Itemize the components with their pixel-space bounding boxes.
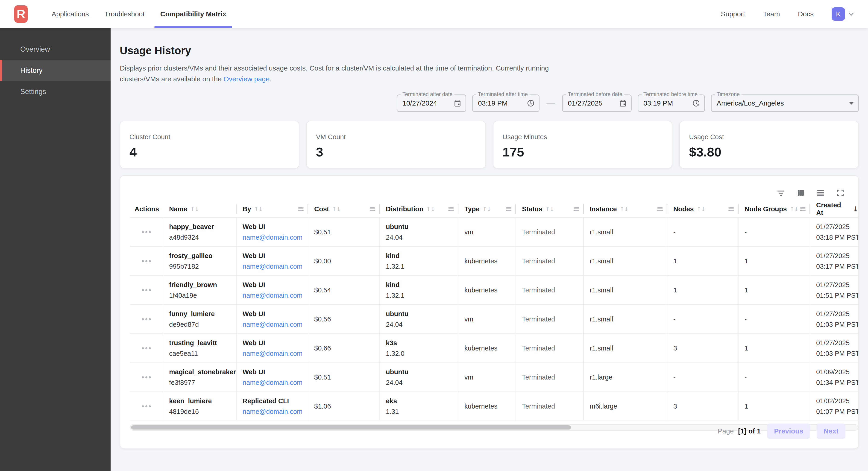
row-actions-button[interactable] <box>140 287 153 294</box>
row-actions-button[interactable] <box>140 403 153 410</box>
overview-page-link[interactable]: Overview page <box>223 75 270 83</box>
sort-icon: ↑↓ <box>254 206 262 212</box>
distribution-version: 24.04 <box>386 234 455 241</box>
previous-page-button[interactable]: Previous <box>767 423 810 439</box>
instance-value: m6i.large <box>590 403 664 410</box>
terminated-before-time-field[interactable]: Terminated before time 03:19 PM <box>638 94 705 112</box>
chevron-down-icon[interactable] <box>848 10 855 18</box>
instance-cell: r1.small <box>584 305 668 333</box>
column-menu-icon[interactable] <box>800 207 806 211</box>
column-menu-icon[interactable] <box>370 207 375 211</box>
created-by-email-link[interactable]: name@domain.com <box>243 350 305 357</box>
created-by-email-link[interactable]: name@domain.com <box>243 292 305 299</box>
column-label: Distribution <box>386 205 424 213</box>
column-header-cost[interactable]: Cost↑↓ <box>308 201 380 217</box>
column-menu-icon[interactable] <box>298 207 304 211</box>
node-groups-cell: - <box>739 305 810 333</box>
sidebar-item-overview[interactable]: Overview <box>0 39 111 60</box>
timezone-value[interactable]: America/Los_Angeles <box>717 99 849 107</box>
nav-link-support[interactable]: Support <box>721 10 745 18</box>
type-cell: vm <box>458 305 516 333</box>
column-menu-icon[interactable] <box>574 207 579 211</box>
terminated-after-date-field[interactable]: Terminated after date 10/27/2024 <box>397 94 466 112</box>
created-by-email-link[interactable]: name@domain.com <box>243 234 305 241</box>
distribution-name: ubuntu <box>386 223 455 231</box>
calendar-icon[interactable] <box>619 99 627 107</box>
account-menu[interactable]: K <box>832 7 855 21</box>
filter-icon[interactable] <box>776 188 785 198</box>
node-groups-cell: 1 <box>739 276 810 304</box>
next-page-button[interactable]: Next <box>817 423 845 439</box>
column-header-instance[interactable]: Instance↑↓ <box>584 201 668 217</box>
table-row: happy_beavera48d9324Web UIname@domain.co… <box>130 217 858 246</box>
distribution-cell: eks1.31 <box>380 392 458 420</box>
column-menu-icon[interactable] <box>728 207 734 211</box>
column-menu-icon[interactable] <box>506 207 512 211</box>
cost-cell: $0.66 <box>308 334 380 362</box>
created-by-email-link[interactable]: name@domain.com <box>243 408 305 415</box>
terminated-before-date-value[interactable]: 01/27/2025 <box>568 99 619 107</box>
columns-icon[interactable] <box>796 188 805 198</box>
sidebar-item-history[interactable]: History <box>0 60 111 81</box>
top-nav: R ApplicationsTroubleshootCompatibility … <box>0 0 868 28</box>
nodes-cell: 1 <box>668 247 739 275</box>
row-actions-button[interactable] <box>140 345 153 352</box>
avatar[interactable]: K <box>832 7 845 21</box>
terminated-after-time-field[interactable]: Terminated after time 03:19 PM <box>472 94 539 112</box>
column-header-by[interactable]: By↑↓ <box>237 201 308 217</box>
column-header-status[interactable]: Status↑↓ <box>516 201 584 217</box>
cluster-name: frosty_galileo <box>169 252 234 260</box>
fullscreen-icon[interactable] <box>836 188 845 198</box>
column-header-nodes[interactable]: Nodes↑↓ <box>668 201 739 217</box>
clock-icon[interactable] <box>692 99 700 107</box>
row-actions-button[interactable] <box>140 258 153 265</box>
table-row: friendly_brown1f40a19eWeb UIname@domain.… <box>130 275 858 304</box>
row-actions-button[interactable] <box>140 374 153 381</box>
type-value: kubernetes <box>464 403 513 410</box>
column-menu-icon[interactable] <box>657 207 663 211</box>
nav-link-docs[interactable]: Docs <box>798 10 814 18</box>
nav-tab-compatibility-matrix[interactable]: Compatibility Matrix <box>153 0 234 28</box>
column-label: Created At <box>816 201 849 216</box>
table-toolbar <box>120 176 858 201</box>
type-value: kubernetes <box>464 287 513 294</box>
terminated-before-time-value[interactable]: 03:19 PM <box>643 99 692 107</box>
row-actions-button[interactable] <box>140 316 153 323</box>
clock-icon[interactable] <box>527 99 535 107</box>
nav-link-team[interactable]: Team <box>763 10 780 18</box>
avatar-initial: K <box>836 10 841 18</box>
description-period: . <box>270 75 271 83</box>
cluster-id: fe3f8977 <box>169 379 234 386</box>
nodes-value: - <box>673 316 735 323</box>
column-header-node-groups[interactable]: Node Groups↑↓ <box>739 201 810 217</box>
timezone-select[interactable]: Timezone America/Los_Angeles <box>711 94 859 112</box>
terminated-after-time-value[interactable]: 03:19 PM <box>478 99 527 107</box>
by-cell: Web UIname@domain.com <box>237 218 308 246</box>
terminated-after-date-value[interactable]: 10/27/2024 <box>402 99 454 107</box>
column-header-type[interactable]: Type↑↓ <box>458 201 516 217</box>
created-by-email-link[interactable]: name@domain.com <box>243 321 305 328</box>
sidebar-item-settings[interactable]: Settings <box>0 81 111 102</box>
nodes-value: - <box>673 374 735 381</box>
table-row: funny_lumierede9ed87dWeb UIname@domain.c… <box>130 304 858 333</box>
sort-icon: ↑↓ <box>426 206 435 212</box>
column-header-distribution[interactable]: Distribution↑↓ <box>380 201 458 217</box>
type-cell: vm <box>458 363 516 391</box>
row-actions-button[interactable] <box>140 229 153 235</box>
density-icon[interactable] <box>816 188 825 198</box>
dropdown-caret-icon[interactable] <box>849 102 854 105</box>
created-by-email-link[interactable]: name@domain.com <box>243 263 305 270</box>
column-menu-icon[interactable] <box>448 207 454 211</box>
created-by-email-link[interactable]: name@domain.com <box>243 379 305 386</box>
replicated-logo[interactable]: R <box>14 5 28 23</box>
node-groups-value: - <box>745 374 807 381</box>
column-header-name[interactable]: Name↑↓ <box>163 201 237 217</box>
cluster-id: 995b7182 <box>169 263 234 270</box>
calendar-icon[interactable] <box>454 99 461 107</box>
status-value: Terminated <box>522 403 581 410</box>
nav-tab-applications[interactable]: Applications <box>44 0 97 28</box>
column-header-created-at[interactable]: Created At↓ <box>810 201 858 217</box>
nav-tab-troubleshoot[interactable]: Troubleshoot <box>97 0 153 28</box>
horizontal-scrollbar-thumb[interactable] <box>131 425 571 430</box>
terminated-before-date-field[interactable]: Terminated before date 01/27/2025 <box>562 94 632 112</box>
